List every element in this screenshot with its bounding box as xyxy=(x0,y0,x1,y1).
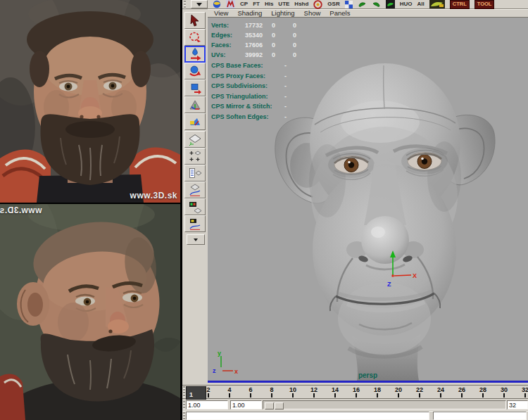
shelf-item-gsr[interactable]: GSR xyxy=(327,1,339,7)
timeline-tick: 20 xyxy=(390,386,407,399)
range-slider-grip[interactable] xyxy=(183,401,185,409)
green-creature-icon-1[interactable] xyxy=(358,0,367,8)
timeline-tick: 4 xyxy=(221,386,238,399)
scale-tool-button[interactable] xyxy=(184,79,206,96)
shelf-grip[interactable] xyxy=(184,1,186,8)
hud-uvs-value: 39992 xyxy=(245,51,263,58)
reference-photo-three-quarter: www.3D.sk xyxy=(0,204,180,420)
time-slider[interactable]: 1 2 4 6 8 10 12 14 16 18 20 22 24 26 28 … xyxy=(182,385,528,399)
menu-shading[interactable]: Shading xyxy=(237,10,262,17)
timeline-tick: 12 xyxy=(306,386,322,399)
animation-start-field[interactable] xyxy=(186,400,228,409)
move-tool-icon xyxy=(188,47,202,61)
shelf-item-cp[interactable]: CP xyxy=(240,1,248,7)
hud-cps-mirror-value: - xyxy=(284,103,287,110)
outliner-pane-icon xyxy=(188,166,202,180)
hud-faces-value-3: 0 xyxy=(293,42,296,49)
shelf-item-ute[interactable]: UTE xyxy=(278,1,289,7)
shelf-bar: CP FT His UTE Hshd GSR xyxy=(182,0,528,9)
lifesaver-icon[interactable] xyxy=(313,0,322,9)
rotate-tool-button[interactable] xyxy=(184,63,206,79)
menu-show[interactable]: Show xyxy=(304,10,321,17)
shelf-ctrl-button[interactable]: CTRL xyxy=(450,0,470,9)
four-pane-icon xyxy=(188,149,202,163)
range-slider-handle-left[interactable] xyxy=(265,402,274,409)
perspective-viewport[interactable]: X Z y z x Verts: 17732 0 0 xyxy=(208,18,528,383)
axis-y-label: y xyxy=(218,350,221,357)
timeline-tick: 18 xyxy=(369,386,386,399)
timeline-tick: 2 xyxy=(200,386,217,399)
green-creature-icon-2[interactable] xyxy=(372,0,381,8)
select-tool-icon xyxy=(188,13,202,27)
select-tool-button[interactable] xyxy=(184,12,206,29)
photo-watermark-mirrored: www.3D.sk xyxy=(0,205,42,215)
shelf-tool-button[interactable]: TOOL xyxy=(474,0,495,9)
hud-cps-subdiv-label: CPS Subdivisions: xyxy=(211,82,268,89)
hud-edges-value-3: 0 xyxy=(293,32,296,39)
command-input[interactable] xyxy=(186,412,429,420)
shelf-dropdown-button[interactable] xyxy=(191,0,208,8)
lasso-tool-button[interactable] xyxy=(184,29,206,46)
layout-single-pane-button[interactable] xyxy=(184,131,206,148)
hud-cps-proxy-label: CPS Proxy Faces: xyxy=(211,72,265,79)
shelf-item-huo[interactable]: HUO xyxy=(400,1,413,7)
layout-persp-graph-button[interactable] xyxy=(184,182,206,198)
hud-cps-soften-label: CPS Soften Edges: xyxy=(211,113,269,120)
soft-mod-tool-button[interactable] xyxy=(184,113,206,130)
globe-icon[interactable] xyxy=(213,0,221,8)
universal-manipulator-icon xyxy=(188,98,202,112)
layout-four-pane-button[interactable] xyxy=(184,148,206,165)
hud-verts-value-2: 0 xyxy=(272,22,275,29)
animation-end-field[interactable] xyxy=(507,400,528,409)
hud-cps-soften-value: - xyxy=(284,113,287,120)
layout-dropdown-button[interactable] xyxy=(187,234,205,245)
shelf-item-his[interactable]: His xyxy=(265,1,273,7)
hud-edges-label: Edges: xyxy=(211,32,232,39)
toolbox xyxy=(182,9,208,385)
persp-graph-icon xyxy=(188,183,202,197)
timeline-tick: 28 xyxy=(474,386,491,399)
hud-cps-triangulation-value: - xyxy=(284,93,287,100)
universal-manipulator-button[interactable] xyxy=(184,96,206,113)
menu-view[interactable]: View xyxy=(214,10,228,17)
timeline-tick: 10 xyxy=(284,386,301,399)
range-slider-track[interactable] xyxy=(263,400,506,409)
layout-hypershade-pane-button[interactable] xyxy=(184,198,206,215)
time-slider-grip[interactable] xyxy=(183,386,185,397)
timeline-tick: 30 xyxy=(496,386,513,399)
scale-tool-icon xyxy=(188,81,202,95)
maya-icon[interactable] xyxy=(226,0,235,8)
hud-cps-proxy-value: - xyxy=(284,72,287,79)
timeline-tick: 8 xyxy=(263,386,280,399)
hud-verts-value: 17732 xyxy=(245,22,263,29)
playback-start-field[interactable] xyxy=(230,400,262,409)
checker-icon[interactable] xyxy=(345,1,353,8)
menu-panels[interactable]: Panels xyxy=(329,10,350,17)
layout-uv-graph-button[interactable] xyxy=(184,215,206,232)
green-creature-icon-3[interactable] xyxy=(386,0,395,8)
timeline-tick: 32 xyxy=(517,386,528,399)
menu-lighting[interactable]: Lighting xyxy=(271,10,294,17)
uv-graph-icon xyxy=(188,217,202,231)
timeline-tick: 14 xyxy=(327,386,344,399)
hud-uvs-value-3: 0 xyxy=(293,51,296,58)
range-slider-bar xyxy=(182,400,528,410)
shelf-item-ft[interactable]: FT xyxy=(253,1,260,7)
move-tool-button[interactable] xyxy=(184,46,206,63)
hud-edges-value-2: 0 xyxy=(272,32,275,39)
layout-outliner-pane-button[interactable] xyxy=(184,165,206,182)
timeline-tick: 26 xyxy=(453,386,470,399)
shelf-item-all[interactable]: All xyxy=(417,1,424,7)
reference-photo-three-quarter-art xyxy=(0,204,180,420)
hypershade-pane-icon xyxy=(188,200,202,214)
hud-uvs-value-2: 0 xyxy=(272,51,275,58)
shelf-item-hshd[interactable]: Hshd xyxy=(294,1,308,7)
current-frame-number: 1 xyxy=(189,391,193,398)
camera-label: persp xyxy=(208,371,528,379)
range-slider-handle-right[interactable] xyxy=(275,402,284,409)
timeline-tick: 24 xyxy=(432,386,449,399)
command-line-grip[interactable] xyxy=(183,412,185,420)
hud-cps-subdiv-value: - xyxy=(284,82,287,89)
palette-icon[interactable] xyxy=(429,0,445,8)
timeline-tick: 22 xyxy=(411,386,428,399)
